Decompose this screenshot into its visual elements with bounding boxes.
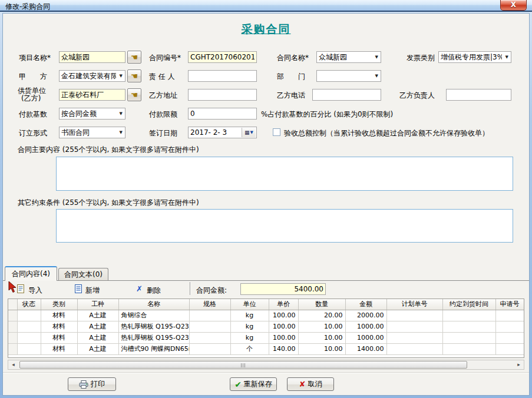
row-selector[interactable]	[8, 332, 17, 343]
cell-category[interactable]: 材料	[41, 332, 77, 343]
contract-no-input[interactable]	[188, 51, 257, 63]
tab-contract-items[interactable]: 合同内容(4)	[5, 266, 57, 281]
party-b-manager-input[interactable]	[446, 89, 511, 101]
row-selector[interactable]	[8, 321, 17, 332]
cell-status[interactable]	[17, 332, 41, 343]
cell-price[interactable]: 100.00	[269, 310, 298, 321]
cell-name[interactable]: 热轧厚钢板 Q195-Q235 8	[118, 332, 189, 343]
cell-qty[interactable]: 10.00	[298, 332, 345, 343]
grid-header-8[interactable]: 金额	[345, 299, 386, 310]
save-button[interactable]: ✔ 重新保存	[230, 377, 277, 391]
cell-price[interactable]: 140.00	[269, 343, 298, 354]
row-selector[interactable]	[8, 343, 17, 354]
cell-plan_no[interactable]	[386, 310, 442, 321]
grid-row-3[interactable]: 材料A土建沟槽式90 闸蝶阀DN65mm个140.0010.001400.00	[8, 343, 524, 354]
cell-arrival_time[interactable]	[442, 343, 495, 354]
party-a-picker-button[interactable]: ☚	[127, 69, 141, 82]
cell-work_type[interactable]: A土建	[77, 321, 118, 332]
grid-header-5[interactable]: 单位	[230, 299, 269, 310]
scroll-right-button[interactable]: ▸	[514, 360, 524, 369]
other-terms-textarea[interactable]	[56, 209, 513, 243]
cell-arrival_time[interactable]	[442, 310, 495, 321]
cell-request_no[interactable]	[495, 343, 524, 354]
print-button[interactable]: 打印	[68, 377, 116, 391]
grid-header-2[interactable]: 工种	[77, 299, 118, 310]
cell-arrival_time[interactable]	[442, 321, 495, 332]
party-a-select[interactable]: 金石建筑安装有限公司 ▼	[59, 70, 125, 82]
payment-base-select[interactable]: 按合同金额 ▼	[59, 108, 125, 120]
payment-limit-input[interactable]	[188, 108, 257, 120]
contract-amount-input[interactable]	[240, 283, 326, 295]
add-button[interactable]: 新增	[85, 286, 100, 296]
grid-header-7[interactable]: 数量	[298, 299, 345, 310]
department-select[interactable]: ▼	[316, 70, 381, 82]
cell-unit[interactable]: kg	[230, 332, 269, 343]
cell-amount[interactable]: 1000.00	[345, 321, 386, 332]
cell-spec[interactable]	[189, 343, 230, 354]
cell-price[interactable]: 100.00	[269, 332, 298, 343]
cell-category[interactable]: 材料	[41, 310, 77, 321]
titlebar[interactable]: 修改-采购合同 X	[0, 0, 532, 12]
cell-category[interactable]: 材料	[41, 343, 77, 354]
cell-amount[interactable]: 2000.00	[345, 310, 386, 321]
grid-header-1[interactable]: 类别	[41, 299, 77, 310]
grid-header-3[interactable]: 名称	[118, 299, 189, 310]
grid-header-4[interactable]: 规格	[189, 299, 230, 310]
grid-row-0[interactable]: 材料A土建角钢综合kg100.0020.002000.00	[8, 310, 524, 321]
date-picker-button[interactable]: ▦ ▼	[242, 128, 256, 137]
grid-header-9[interactable]: 计划单号	[386, 299, 442, 310]
supplier-picker-button[interactable]: ☚	[127, 88, 141, 101]
form-type-select[interactable]: 书面合同 ▼	[59, 127, 125, 138]
cancel-button[interactable]: ✘ 取消	[287, 377, 334, 391]
cell-name[interactable]: 热轧厚钢板 Q195-Q235 2	[118, 321, 189, 332]
cell-spec[interactable]	[189, 321, 230, 332]
project-name-input[interactable]	[59, 51, 125, 63]
contract-name-select[interactable]: 众城新园 ▼	[316, 51, 381, 63]
grid-row-2[interactable]: 材料A土建热轧厚钢板 Q195-Q235 8kg100.0010.001000.…	[8, 332, 524, 343]
delete-button[interactable]: 删除	[147, 286, 161, 296]
scroll-left-button[interactable]: ◂	[8, 360, 18, 369]
cell-request_no[interactable]	[495, 310, 524, 321]
close-button[interactable]: X	[500, 0, 527, 11]
cell-spec[interactable]	[189, 310, 230, 321]
cell-qty[interactable]: 10.00	[298, 343, 345, 354]
cell-work_type[interactable]: A土建	[77, 332, 118, 343]
cell-name[interactable]: 角钢综合	[118, 310, 189, 321]
main-content-textarea[interactable]	[56, 157, 513, 191]
cell-name[interactable]: 沟槽式90 闸蝶阀DN65mm	[118, 343, 189, 354]
responsible-input[interactable]	[188, 70, 257, 82]
cell-spec[interactable]	[189, 332, 230, 343]
cell-plan_no[interactable]	[386, 321, 442, 332]
cell-amount[interactable]: 1000.00	[345, 332, 386, 343]
horizontal-scrollbar[interactable]: ◂ ▸	[8, 360, 524, 370]
grid-header-10[interactable]: 约定到货时间	[442, 299, 495, 310]
cell-work_type[interactable]: A土建	[77, 310, 118, 321]
cell-amount[interactable]: 1400.00	[345, 343, 386, 354]
acceptance-total-checkbox[interactable]	[273, 128, 280, 136]
cell-plan_no[interactable]	[386, 343, 442, 354]
tab-contract-text[interactable]: 合同文本(0)	[58, 268, 108, 281]
cell-request_no[interactable]	[495, 332, 524, 343]
cell-unit[interactable]: 个	[230, 343, 269, 354]
cell-work_type[interactable]: A土建	[77, 343, 118, 354]
grid-row-1[interactable]: 材料A土建热轧厚钢板 Q195-Q235 2kg100.0010.001000.…	[8, 321, 524, 332]
cell-plan_no[interactable]	[386, 332, 442, 343]
row-selector[interactable]	[8, 310, 17, 321]
grid-header-6[interactable]: 单价	[269, 299, 298, 310]
cell-price[interactable]: 100.00	[269, 321, 298, 332]
scrollbar-thumb[interactable]	[19, 361, 467, 369]
invoice-type-select[interactable]: 增值税专用发票|3% ▼	[438, 51, 511, 63]
cell-qty[interactable]: 20.00	[298, 310, 345, 321]
cell-unit[interactable]: kg	[230, 321, 269, 332]
party-b-address-input[interactable]	[188, 89, 257, 101]
cell-status[interactable]	[17, 343, 41, 354]
grid-header-0[interactable]: 状态	[17, 299, 41, 310]
supplier-input[interactable]	[59, 89, 125, 101]
cell-category[interactable]: 材料	[41, 321, 77, 332]
sign-date-input[interactable]: 2017- 2- 3 ▦ ▼	[188, 127, 257, 138]
import-button[interactable]: 导入	[28, 286, 42, 296]
cell-arrival_time[interactable]	[442, 332, 495, 343]
cell-request_no[interactable]	[495, 321, 524, 332]
project-picker-button[interactable]: ☚	[127, 51, 141, 64]
party-b-phone-input[interactable]	[312, 89, 381, 101]
